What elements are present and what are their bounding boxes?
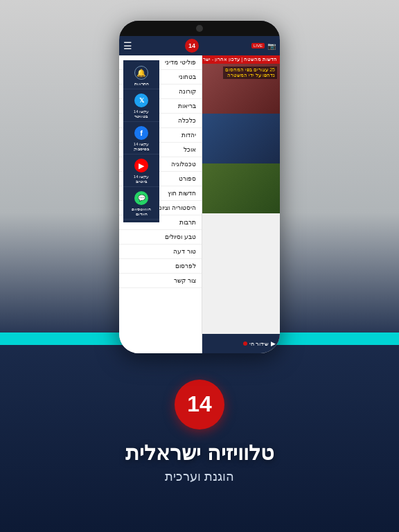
live-label: שידור חי: [249, 341, 269, 347]
camera-icon: 📷: [267, 42, 276, 50]
app-title-hebrew: טלוויזיה ישראלית: [125, 441, 273, 465]
social-facebook[interactable]: f עקשו 14בפייסבוק: [123, 123, 159, 154]
sidebar-item-contact[interactable]: צור קשר: [119, 274, 202, 288]
notifications-label: התראות: [134, 81, 149, 86]
bottom-text-area: 14 טלוויזיה ישראלית הוגנת וערכית: [0, 345, 399, 532]
live-button[interactable]: שידור חי ▶: [243, 340, 276, 347]
phone-screen: ☰ 14 LIVE 📷 פוליטי מדיני בטחוני קורונה ב…: [119, 36, 280, 353]
social-twitter[interactable]: 𝕏 עקשו 14בטוויטר: [123, 91, 159, 122]
social-youtube[interactable]: ▶ עקשו 14ביוטיוב: [123, 156, 159, 187]
social-panel: 🔔 התראות 𝕏 עקשו 14בטוויטר f עקשו 14בפייס…: [123, 60, 159, 222]
sidebar-item-opinion[interactable]: טור דעה: [119, 245, 202, 259]
sidebar-item-advertise[interactable]: לפרסום: [119, 259, 202, 274]
news-card-1[interactable]: 25 עצורים בפי המחסוםנדחפו על ידי המשטרה: [202, 64, 280, 114]
whatsapp-label: הוואטסאפהאדום: [132, 206, 151, 216]
live-dot: [243, 342, 247, 346]
twitter-icon: 𝕏: [134, 94, 148, 107]
facebook-icon: f: [134, 126, 148, 140]
hamburger-icon[interactable]: ☰: [123, 40, 132, 51]
phone-notch: [119, 21, 280, 36]
phone-camera: [196, 25, 203, 32]
bottom-bar: שידור חי ▶: [202, 334, 280, 353]
social-whatsapp[interactable]: 💬 הוואטסאפהאדום: [123, 188, 159, 220]
header-right: LIVE 📷: [251, 42, 276, 50]
app-logo-small: 14: [185, 39, 199, 53]
bell-icon: 🔔: [134, 66, 148, 80]
app-header: ☰ 14 LIVE 📷: [119, 36, 280, 55]
play-icon: ▶: [271, 340, 276, 347]
app-logo-large: 14: [175, 380, 224, 429]
phone-mockup: ☰ 14 LIVE 📷 פוליטי מדיני בטחוני קורונה ב…: [119, 21, 280, 353]
youtube-icon: ▶: [134, 159, 148, 172]
facebook-label: עקשו 14בפייסבוק: [134, 141, 149, 151]
twitter-label: עקשו 14בטוויטר: [134, 109, 149, 118]
social-notifications[interactable]: 🔔 התראות: [123, 63, 159, 89]
news-card-3[interactable]: [202, 163, 280, 213]
whatsapp-icon: 💬: [134, 191, 148, 205]
news-ticker: חדשות מהשטח | עדכון אחרון - ישראל: [202, 55, 280, 64]
sidebar-item-nature[interactable]: טבע וסיולים: [119, 230, 202, 245]
news-card-2[interactable]: [202, 114, 280, 163]
live-badge: LIVE: [251, 43, 265, 48]
main-content: חדשות מהשטח | עדכון אחרון - ישראל 25 עצו…: [202, 55, 280, 353]
news-cards-list[interactable]: 25 עצורים בפי המחסוםנדחפו על ידי המשטרה: [202, 64, 280, 334]
screen-content: פוליטי מדיני בטחוני קורונה בריאות כלכלה …: [119, 55, 280, 353]
app-subtitle-hebrew: הוגנת וערכית: [165, 469, 234, 484]
youtube-label: עקשו 14ביוטיוב: [134, 174, 149, 184]
